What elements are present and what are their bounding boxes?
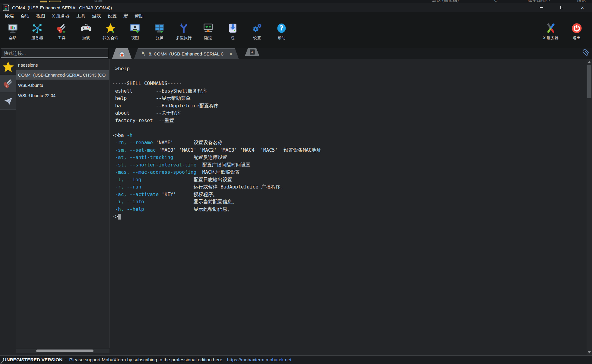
background-fragment-text: ⊖ [494, 0, 506, 3]
toolbar-label: 服务器 [31, 35, 43, 41]
background-fragment-text: 版本压缩中 [528, 0, 564, 3]
sidebar-rail-tools[interactable] [0, 75, 16, 92]
terminal-line: -> [112, 213, 587, 220]
menu-item-终端[interactable]: 终端 [2, 13, 17, 19]
terminal-line: -----SHELL COMMANDS----- [112, 80, 587, 87]
status-message: - Please support MobaXterm by subscribin… [62, 357, 225, 362]
scroll-up-icon[interactable] [588, 61, 591, 63]
mobatek-link[interactable]: https://mobaxterm.mobatek.net [227, 357, 292, 362]
toolbar-servers-button[interactable]: 服务器 [25, 20, 49, 41]
background-window-strip: 安装 默认 (编辑组) ⊖ 版本压缩中 预览 [0, 0, 592, 3]
toolbar-mysessions-button[interactable]: 我的会话 [98, 20, 123, 41]
session-tree: r sessionsCOM4 (USB-Enhanced-SERIAL CH34… [16, 59, 109, 348]
settings-icon [252, 23, 263, 34]
menu-item-会话[interactable]: 会话 [17, 13, 33, 19]
new-tab-button[interactable]: + [245, 48, 259, 56]
multiexec-icon [178, 23, 189, 34]
toolbar-label: 游戏 [82, 35, 90, 41]
session-item[interactable]: WSL-Ubuntu-22.04 [16, 91, 109, 100]
terminal-output[interactable]: ->help-----SHELL COMMANDS----- eshell --… [109, 59, 587, 355]
scrollbar-thumb[interactable] [36, 350, 93, 352]
menu-item-X 服务器[interactable]: X 服务器 [49, 13, 73, 19]
minimize-icon [540, 7, 543, 8]
title-bar: COM4 (USB-Enhanced-SERIAL CH343 (COM4)) … [0, 3, 592, 12]
scroll-down-icon[interactable] [588, 351, 591, 353]
session-item[interactable]: COM4 (USB-Enhanced-SERIAL CH343 (CO [16, 70, 109, 80]
background-fragment-text: 默认 (编辑组) [432, 0, 477, 3]
mobaxterm-logo-icon [3, 5, 9, 11]
games-icon [81, 23, 92, 34]
terminal-line [112, 124, 587, 132]
sidebar-rail-sessions[interactable] [0, 59, 16, 75]
toolbar-label: 多重执行 [176, 35, 192, 41]
window-title: COM4 (USB-Enhanced-SERIAL CH343 (COM4)) [12, 5, 112, 10]
minimize-button[interactable] [533, 3, 549, 12]
toolbar-package-button[interactable]: 包 [220, 20, 245, 41]
close-button[interactable]: × [575, 3, 590, 12]
terminal-line: -at, --anti-tracking 配置反追踪设置 [112, 154, 587, 161]
menu-item-视图[interactable]: 视图 [33, 13, 49, 19]
menu-item-帮助[interactable]: 帮助 [131, 13, 147, 19]
menu-item-工具[interactable]: 工具 [73, 13, 89, 19]
terminal-line: -sm, --set-mac 'MAC0' 'MAC1' 'MAC2' 'MAC… [112, 147, 587, 154]
background-fragment-shape [40, 1, 47, 2]
attachments-button[interactable] [582, 49, 590, 58]
terminal-cursor [118, 214, 121, 220]
toolbar-split-button[interactable]: 分屏 [147, 20, 172, 41]
exit-icon [571, 23, 582, 34]
resize-grip [0, 356, 4, 364]
menu-bar: 终端会话视图X 服务器工具游戏设置宏帮助 [0, 12, 592, 20]
scrollbar-thumb[interactable] [587, 65, 591, 98]
toolbar-view-button[interactable]: 视图 [123, 20, 147, 41]
tab-com4-session[interactable]: 8. COM4 (USB-Enhanced-SERIAL C × [134, 48, 239, 59]
toolbar-session-button[interactable]: 会话 [1, 20, 25, 41]
tunnel-icon [203, 23, 214, 34]
sidebar-rail-macros[interactable] [0, 92, 16, 110]
menu-item-设置[interactable]: 设置 [104, 13, 120, 19]
toolbar-xserver-button[interactable]: X 服务器 [538, 20, 564, 41]
toolbar-exit-button[interactable]: 退出 [564, 20, 590, 41]
session-item[interactable]: WSL-Ubuntu [16, 81, 109, 90]
toolbar-label: 工具 [58, 35, 66, 41]
terminal-line: ba --BadAppleJuice配置程序 [112, 102, 587, 110]
terminal-line [112, 73, 587, 80]
toolbar-label: 分屏 [156, 35, 163, 41]
tab-home[interactable] [112, 48, 132, 59]
tab-close-icon[interactable]: × [230, 51, 232, 56]
toolbar-multiexec-button[interactable]: 多重执行 [172, 20, 196, 41]
paperclip-icon [582, 49, 590, 57]
quick-connect-input[interactable] [1, 49, 108, 58]
toolbar-tunnel-button[interactable]: 隧道 [196, 20, 220, 41]
terminal-line: ->ba -h [112, 132, 587, 139]
terminal-line: help --显示帮助菜单 [112, 95, 587, 102]
toolbar-tools-button[interactable]: 工具 [49, 20, 74, 41]
sidebar-horizontal-scrollbar[interactable] [16, 349, 109, 353]
toolbar: 会话服务器工具游戏我的会话视图分屏多重执行隧道包设置?帮助 X 服务器退出 [0, 20, 592, 48]
toolbar-help-button[interactable]: ?帮助 [269, 20, 294, 41]
terminal-line: -mas, --mac-address-spoofing MAC地址欺骗设置 [112, 169, 587, 176]
toolbar-games-button[interactable]: 游戏 [74, 20, 98, 41]
toolbar-label: 隧道 [204, 35, 212, 41]
maximize-button[interactable] [554, 3, 570, 12]
terminal-line: -i, --info 显示当前配置信息。 [112, 198, 587, 206]
home-icon [119, 50, 125, 57]
unregistered-label: UNREGISTERED VERSION [3, 357, 62, 362]
close-icon: × [581, 5, 584, 11]
svg-text:?: ? [280, 24, 283, 32]
maximize-icon [560, 6, 563, 9]
tab-label: 8. COM4 (USB-Enhanced-SERIAL C [149, 51, 228, 56]
terminal-line: -h, --help 显示此帮助信息。 [112, 206, 587, 213]
terminal-line: -rn, --rename 'NAME' 设置设备名称 [112, 139, 587, 147]
help-icon: ? [276, 23, 287, 34]
toolbar-settings-button[interactable]: 设置 [245, 20, 269, 41]
serial-plug-icon [141, 51, 147, 57]
toolbar-label: 视图 [131, 35, 139, 41]
menu-item-宏[interactable]: 宏 [120, 13, 131, 19]
toolbar-label: 设置 [253, 35, 261, 41]
session-item[interactable]: r sessions [16, 60, 109, 70]
xserver-icon [545, 23, 556, 34]
status-bar: UNREGISTERED VERSION - Please support Mo… [0, 355, 592, 364]
terminal-vertical-scrollbar[interactable] [587, 59, 592, 355]
background-fragment-shape [49, 1, 61, 2]
menu-item-游戏[interactable]: 游戏 [89, 13, 104, 19]
